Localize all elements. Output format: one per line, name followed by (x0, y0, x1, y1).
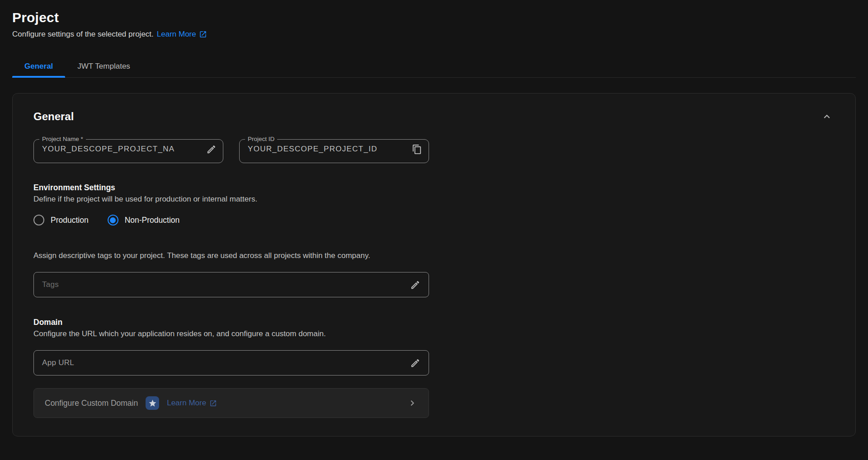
copy-icon[interactable] (412, 144, 422, 155)
configure-custom-domain-row[interactable]: Configure Custom Domain Learn More (33, 388, 429, 418)
project-id-label: Project ID (245, 137, 277, 141)
project-settings-page: Project Configure settings of the select… (0, 0, 868, 437)
project-name-value[interactable]: YOUR_DESCOPE_PROJECT_NAME (42, 145, 175, 154)
project-id-field: Project ID YOUR_DESCOPE_PROJECT_ID (239, 137, 429, 163)
collapse-section-button[interactable] (819, 109, 835, 124)
card-header: General (33, 109, 835, 124)
domain-title: Domain (33, 318, 835, 327)
tags-placeholder: Tags (42, 280, 59, 289)
learn-more-label: Learn More (157, 30, 196, 39)
tab-general[interactable]: General (12, 56, 65, 77)
project-name-label: Project Name * (39, 137, 86, 141)
edit-icon[interactable] (410, 358, 420, 368)
edit-icon[interactable] (410, 280, 420, 290)
radio-checked-icon[interactable] (108, 215, 118, 225)
external-link-icon (209, 399, 217, 407)
edit-icon[interactable] (206, 144, 217, 155)
custom-domain-learn-more-label: Learn More (167, 399, 206, 408)
environment-settings-description: Define if the project will be used for p… (33, 195, 835, 204)
tab-jwt-templates[interactable]: JWT Templates (65, 56, 142, 77)
custom-domain-learn-more-link[interactable]: Learn More (167, 399, 217, 408)
tags-input[interactable]: Tags (33, 272, 429, 297)
radio-production-label: Production (51, 216, 89, 225)
tab-bar: General JWT Templates (12, 56, 856, 78)
chevron-right-icon[interactable] (407, 398, 418, 408)
project-name-field[interactable]: Project Name * YOUR_DESCOPE_PROJECT_NAME (33, 137, 223, 163)
radio-non-production[interactable]: Non-Production (108, 215, 180, 225)
app-url-input[interactable]: App URL (33, 350, 429, 376)
page-subtitle: Configure settings of the selected proje… (12, 30, 856, 39)
general-settings-card: General Project Name * YOUR_DESCOPE_PROJ… (12, 93, 856, 437)
radio-production[interactable]: Production (33, 215, 89, 225)
radio-unchecked-icon[interactable] (33, 215, 44, 225)
premium-star-icon (146, 396, 159, 410)
project-fields-row: Project Name * YOUR_DESCOPE_PROJECT_NAME… (33, 137, 835, 163)
page-subtitle-text: Configure settings of the selected proje… (12, 30, 154, 39)
chevron-up-icon (821, 111, 833, 122)
environment-settings-title: Environment Settings (33, 183, 835, 192)
tags-description: Assign descriptive tags to your project.… (33, 251, 835, 260)
project-id-value: YOUR_DESCOPE_PROJECT_ID (248, 145, 408, 154)
configure-custom-domain-label: Configure Custom Domain (45, 399, 138, 408)
app-url-placeholder: App URL (42, 358, 74, 367)
external-link-icon (199, 30, 207, 38)
domain-description: Configure the URL which your application… (33, 329, 835, 338)
learn-more-link[interactable]: Learn More (157, 30, 207, 39)
card-title: General (33, 110, 74, 123)
environment-radio-group: Production Non-Production (33, 215, 835, 225)
page-title: Project (12, 10, 856, 25)
radio-non-production-label: Non-Production (125, 216, 180, 225)
